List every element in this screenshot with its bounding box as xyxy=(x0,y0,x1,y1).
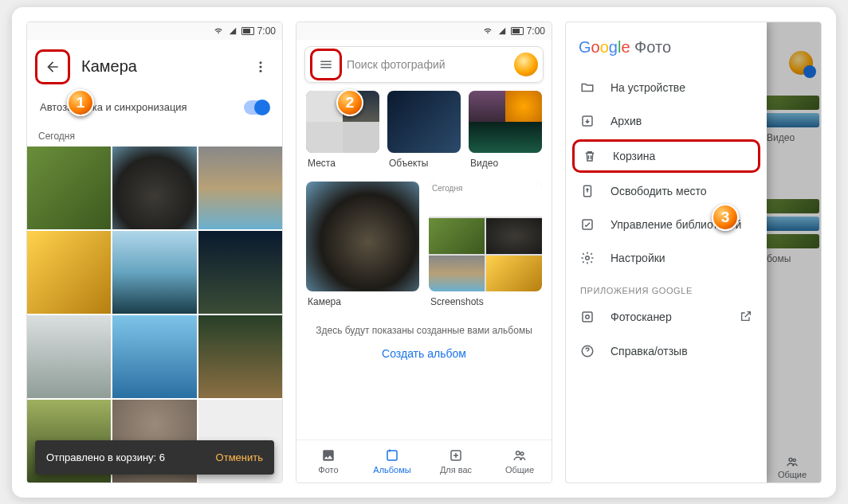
album-screenshots[interactable]: Сегодня Screenshots xyxy=(429,182,542,307)
highlight-back xyxy=(35,49,70,84)
screen1-header: Камера xyxy=(27,40,282,92)
nav-drawer: Google Фото На устройстве Архив Корзина xyxy=(566,22,767,483)
photo-thumb[interactable] xyxy=(27,315,111,398)
callout-1: 1 xyxy=(67,89,94,116)
page-title: Камера xyxy=(70,57,247,76)
video-label: Видео xyxy=(469,153,542,169)
auto-upload-row[interactable]: Автозагрузка и синхронизация xyxy=(27,92,282,121)
menu-photoscanner[interactable]: Фотосканер xyxy=(566,300,767,334)
photo-grid xyxy=(27,147,282,483)
status-time: 7:00 xyxy=(257,25,276,37)
places-label: Места xyxy=(306,153,379,169)
drawer-title: Google Фото xyxy=(566,22,767,71)
category-row: Места Объекты Видео xyxy=(296,89,552,169)
album-camera-label: Камера xyxy=(306,291,419,307)
nav-albums[interactable]: Альбомы xyxy=(360,440,424,483)
svg-point-2 xyxy=(260,69,262,72)
highlight-menu xyxy=(310,49,342,80)
hamburger-button[interactable] xyxy=(314,53,338,76)
nav-shared[interactable]: Общие xyxy=(488,440,552,483)
svg-point-7 xyxy=(520,451,524,455)
battery-icon xyxy=(241,27,254,35)
photo-thumb[interactable] xyxy=(27,231,111,314)
photo-thumb[interactable] xyxy=(198,231,282,314)
svg-rect-3 xyxy=(387,451,397,460)
apps-header: ПРИЛОЖЕНИЯ GOOGLE xyxy=(566,275,767,300)
category-objects[interactable]: Объекты xyxy=(387,91,461,169)
status-time: 7:00 xyxy=(527,25,545,37)
menu-free-space[interactable]: Освободить место xyxy=(566,174,767,208)
hamburger-icon xyxy=(319,57,333,72)
svg-point-15 xyxy=(586,315,590,319)
status-bar: 7:00 xyxy=(296,22,552,40)
photo-thumb[interactable] xyxy=(112,315,196,398)
svg-rect-14 xyxy=(583,312,592,322)
photo-thumb[interactable] xyxy=(112,147,196,229)
snackbar-text: Отправлено в корзину: 6 xyxy=(46,451,165,463)
nav-foryou-label: Для вас xyxy=(440,465,472,475)
svg-point-13 xyxy=(586,256,590,260)
menu-free-space-label: Освободить место xyxy=(610,185,707,197)
foryou-icon xyxy=(448,448,464,463)
menu-archive[interactable]: Архив xyxy=(566,104,767,138)
category-video[interactable]: Видео xyxy=(469,91,542,169)
brand-suffix: Фото xyxy=(634,38,671,56)
menu-scanner-label: Фотосканер xyxy=(610,311,672,323)
account-avatar[interactable] xyxy=(514,53,538,76)
album-camera[interactable]: Камера xyxy=(306,182,419,307)
albums-icon xyxy=(384,448,400,463)
screen-albums: 7:00 Поиск фотографий 2 Места Об xyxy=(296,21,552,483)
svg-rect-4 xyxy=(389,449,391,451)
external-link-icon xyxy=(740,310,752,325)
more-button[interactable] xyxy=(247,53,274,80)
photos-icon xyxy=(320,448,336,463)
svg-point-6 xyxy=(516,451,520,455)
library-icon xyxy=(580,217,595,232)
back-button[interactable] xyxy=(39,53,66,80)
menu-help-label: Справка/отзыв xyxy=(610,345,688,357)
menu-trash[interactable]: Корзина xyxy=(572,139,760,173)
svg-point-0 xyxy=(260,61,262,64)
photo-thumb[interactable] xyxy=(198,315,282,398)
menu-on-device-label: На устройстве xyxy=(610,81,685,94)
objects-label: Объекты xyxy=(387,153,461,169)
shared-icon xyxy=(512,448,528,463)
help-icon xyxy=(580,344,595,358)
more-vert-icon xyxy=(253,60,268,74)
menu-on-device[interactable]: На устройстве xyxy=(566,71,767,104)
snackbar-undo[interactable]: Отменить xyxy=(216,451,263,463)
nav-shared-label: Общие xyxy=(505,465,534,475)
search-bar[interactable]: Поиск фотографий xyxy=(304,46,544,83)
nav-foryou[interactable]: Для вас xyxy=(424,440,488,483)
signal-icon xyxy=(497,27,508,35)
auto-upload-label: Автозагрузка и синхронизация xyxy=(40,101,187,113)
album-screenshots-cover: Сегодня xyxy=(429,182,542,291)
photo-thumb[interactable] xyxy=(27,147,111,229)
drawer-scrim[interactable]: Google Фото На устройстве Архив Корзина xyxy=(566,22,821,483)
menu-help[interactable]: Справка/отзыв xyxy=(566,334,767,368)
signal-icon xyxy=(227,27,238,35)
archive-icon xyxy=(580,114,595,128)
photo-thumb[interactable] xyxy=(112,231,196,314)
battery-icon xyxy=(511,27,524,35)
photo-thumb[interactable] xyxy=(198,147,282,229)
today-label: Сегодня xyxy=(27,121,282,147)
album-row: Камера Сегодня Screenshots xyxy=(296,169,552,307)
create-album-button[interactable]: Создать альбом xyxy=(296,344,552,363)
search-placeholder: Поиск фотографий xyxy=(342,58,514,71)
callout-3: 3 xyxy=(712,204,739,231)
nav-photos[interactable]: Фото xyxy=(296,440,360,483)
callout-2: 2 xyxy=(336,89,363,116)
album-screenshots-label: Screenshots xyxy=(429,291,542,307)
nav-photos-label: Фото xyxy=(318,465,338,475)
trash-icon xyxy=(583,149,597,163)
auto-upload-toggle[interactable] xyxy=(244,100,269,115)
wifi-icon xyxy=(213,27,224,35)
menu-settings-label: Настройки xyxy=(610,252,665,264)
scanner-icon xyxy=(580,310,595,324)
albums-hint: Здесь будут показаны созданные вами альб… xyxy=(296,307,552,344)
objects-thumb xyxy=(387,91,461,153)
album-camera-cover xyxy=(306,182,419,291)
menu-settings[interactable]: Настройки xyxy=(566,241,767,275)
bottom-nav: Фото Альбомы Для вас Общие xyxy=(296,440,552,483)
